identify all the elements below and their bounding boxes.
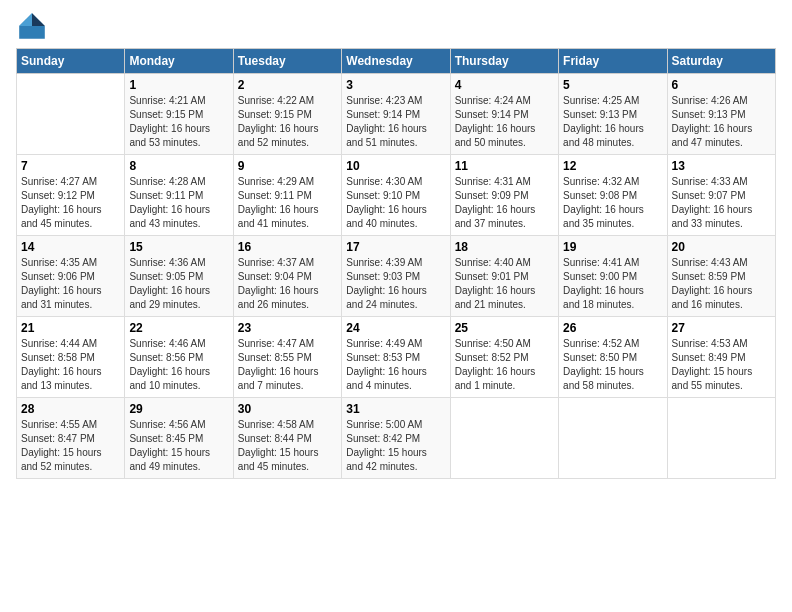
day-cell-13: 13Sunrise: 4:33 AM Sunset: 9:07 PM Dayli… bbox=[667, 155, 775, 236]
header-row bbox=[16, 10, 776, 42]
day-number: 31 bbox=[346, 402, 445, 416]
day-number: 27 bbox=[672, 321, 771, 335]
week-row-5: 28Sunrise: 4:55 AM Sunset: 8:47 PM Dayli… bbox=[17, 398, 776, 479]
empty-cell bbox=[17, 74, 125, 155]
day-content: Sunrise: 4:30 AM Sunset: 9:10 PM Dayligh… bbox=[346, 175, 445, 231]
day-cell-9: 9Sunrise: 4:29 AM Sunset: 9:11 PM Daylig… bbox=[233, 155, 341, 236]
day-content: Sunrise: 4:21 AM Sunset: 9:15 PM Dayligh… bbox=[129, 94, 228, 150]
svg-marker-1 bbox=[32, 13, 45, 26]
day-number: 14 bbox=[21, 240, 120, 254]
day-number: 17 bbox=[346, 240, 445, 254]
day-number: 4 bbox=[455, 78, 554, 92]
day-number: 29 bbox=[129, 402, 228, 416]
day-cell-5: 5Sunrise: 4:25 AM Sunset: 9:13 PM Daylig… bbox=[559, 74, 667, 155]
day-content: Sunrise: 4:28 AM Sunset: 9:11 PM Dayligh… bbox=[129, 175, 228, 231]
week-row-2: 7Sunrise: 4:27 AM Sunset: 9:12 PM Daylig… bbox=[17, 155, 776, 236]
day-number: 24 bbox=[346, 321, 445, 335]
day-cell-25: 25Sunrise: 4:50 AM Sunset: 8:52 PM Dayli… bbox=[450, 317, 558, 398]
day-number: 15 bbox=[129, 240, 228, 254]
day-number: 12 bbox=[563, 159, 662, 173]
day-content: Sunrise: 4:46 AM Sunset: 8:56 PM Dayligh… bbox=[129, 337, 228, 393]
week-row-4: 21Sunrise: 4:44 AM Sunset: 8:58 PM Dayli… bbox=[17, 317, 776, 398]
day-cell-6: 6Sunrise: 4:26 AM Sunset: 9:13 PM Daylig… bbox=[667, 74, 775, 155]
col-header-sunday: Sunday bbox=[17, 49, 125, 74]
day-content: Sunrise: 4:27 AM Sunset: 9:12 PM Dayligh… bbox=[21, 175, 120, 231]
col-header-wednesday: Wednesday bbox=[342, 49, 450, 74]
empty-cell bbox=[559, 398, 667, 479]
day-number: 6 bbox=[672, 78, 771, 92]
week-row-1: 1Sunrise: 4:21 AM Sunset: 9:15 PM Daylig… bbox=[17, 74, 776, 155]
day-content: Sunrise: 4:43 AM Sunset: 8:59 PM Dayligh… bbox=[672, 256, 771, 312]
day-number: 16 bbox=[238, 240, 337, 254]
day-content: Sunrise: 4:33 AM Sunset: 9:07 PM Dayligh… bbox=[672, 175, 771, 231]
day-cell-30: 30Sunrise: 4:58 AM Sunset: 8:44 PM Dayli… bbox=[233, 398, 341, 479]
day-number: 20 bbox=[672, 240, 771, 254]
day-number: 10 bbox=[346, 159, 445, 173]
day-content: Sunrise: 4:58 AM Sunset: 8:44 PM Dayligh… bbox=[238, 418, 337, 474]
day-content: Sunrise: 4:44 AM Sunset: 8:58 PM Dayligh… bbox=[21, 337, 120, 393]
col-header-saturday: Saturday bbox=[667, 49, 775, 74]
day-number: 30 bbox=[238, 402, 337, 416]
day-cell-20: 20Sunrise: 4:43 AM Sunset: 8:59 PM Dayli… bbox=[667, 236, 775, 317]
main-container: SundayMondayTuesdayWednesdayThursdayFrid… bbox=[0, 0, 792, 489]
day-cell-1: 1Sunrise: 4:21 AM Sunset: 9:15 PM Daylig… bbox=[125, 74, 233, 155]
day-cell-4: 4Sunrise: 4:24 AM Sunset: 9:14 PM Daylig… bbox=[450, 74, 558, 155]
day-number: 28 bbox=[21, 402, 120, 416]
col-header-monday: Monday bbox=[125, 49, 233, 74]
day-content: Sunrise: 4:31 AM Sunset: 9:09 PM Dayligh… bbox=[455, 175, 554, 231]
day-number: 2 bbox=[238, 78, 337, 92]
svg-marker-2 bbox=[19, 13, 32, 26]
day-cell-22: 22Sunrise: 4:46 AM Sunset: 8:56 PM Dayli… bbox=[125, 317, 233, 398]
day-cell-24: 24Sunrise: 4:49 AM Sunset: 8:53 PM Dayli… bbox=[342, 317, 450, 398]
day-number: 19 bbox=[563, 240, 662, 254]
logo-icon bbox=[16, 10, 48, 42]
day-number: 25 bbox=[455, 321, 554, 335]
day-number: 21 bbox=[21, 321, 120, 335]
day-content: Sunrise: 4:24 AM Sunset: 9:14 PM Dayligh… bbox=[455, 94, 554, 150]
day-number: 5 bbox=[563, 78, 662, 92]
day-cell-18: 18Sunrise: 4:40 AM Sunset: 9:01 PM Dayli… bbox=[450, 236, 558, 317]
day-cell-28: 28Sunrise: 4:55 AM Sunset: 8:47 PM Dayli… bbox=[17, 398, 125, 479]
day-cell-2: 2Sunrise: 4:22 AM Sunset: 9:15 PM Daylig… bbox=[233, 74, 341, 155]
day-cell-26: 26Sunrise: 4:52 AM Sunset: 8:50 PM Dayli… bbox=[559, 317, 667, 398]
day-content: Sunrise: 4:40 AM Sunset: 9:01 PM Dayligh… bbox=[455, 256, 554, 312]
day-cell-11: 11Sunrise: 4:31 AM Sunset: 9:09 PM Dayli… bbox=[450, 155, 558, 236]
day-number: 22 bbox=[129, 321, 228, 335]
day-content: Sunrise: 4:29 AM Sunset: 9:11 PM Dayligh… bbox=[238, 175, 337, 231]
header-row-days: SundayMondayTuesdayWednesdayThursdayFrid… bbox=[17, 49, 776, 74]
day-content: Sunrise: 4:25 AM Sunset: 9:13 PM Dayligh… bbox=[563, 94, 662, 150]
day-cell-21: 21Sunrise: 4:44 AM Sunset: 8:58 PM Dayli… bbox=[17, 317, 125, 398]
day-content: Sunrise: 4:56 AM Sunset: 8:45 PM Dayligh… bbox=[129, 418, 228, 474]
day-cell-23: 23Sunrise: 4:47 AM Sunset: 8:55 PM Dayli… bbox=[233, 317, 341, 398]
day-number: 23 bbox=[238, 321, 337, 335]
day-number: 8 bbox=[129, 159, 228, 173]
day-cell-7: 7Sunrise: 4:27 AM Sunset: 9:12 PM Daylig… bbox=[17, 155, 125, 236]
day-content: Sunrise: 4:36 AM Sunset: 9:05 PM Dayligh… bbox=[129, 256, 228, 312]
day-number: 18 bbox=[455, 240, 554, 254]
day-cell-3: 3Sunrise: 4:23 AM Sunset: 9:14 PM Daylig… bbox=[342, 74, 450, 155]
day-content: Sunrise: 4:35 AM Sunset: 9:06 PM Dayligh… bbox=[21, 256, 120, 312]
day-content: Sunrise: 4:50 AM Sunset: 8:52 PM Dayligh… bbox=[455, 337, 554, 393]
day-number: 26 bbox=[563, 321, 662, 335]
empty-cell bbox=[450, 398, 558, 479]
day-content: Sunrise: 5:00 AM Sunset: 8:42 PM Dayligh… bbox=[346, 418, 445, 474]
day-content: Sunrise: 4:32 AM Sunset: 9:08 PM Dayligh… bbox=[563, 175, 662, 231]
day-content: Sunrise: 4:23 AM Sunset: 9:14 PM Dayligh… bbox=[346, 94, 445, 150]
day-content: Sunrise: 4:52 AM Sunset: 8:50 PM Dayligh… bbox=[563, 337, 662, 393]
logo bbox=[16, 10, 52, 42]
day-content: Sunrise: 4:39 AM Sunset: 9:03 PM Dayligh… bbox=[346, 256, 445, 312]
day-content: Sunrise: 4:49 AM Sunset: 8:53 PM Dayligh… bbox=[346, 337, 445, 393]
day-number: 9 bbox=[238, 159, 337, 173]
col-header-thursday: Thursday bbox=[450, 49, 558, 74]
day-content: Sunrise: 4:26 AM Sunset: 9:13 PM Dayligh… bbox=[672, 94, 771, 150]
empty-cell bbox=[667, 398, 775, 479]
day-cell-10: 10Sunrise: 4:30 AM Sunset: 9:10 PM Dayli… bbox=[342, 155, 450, 236]
day-content: Sunrise: 4:37 AM Sunset: 9:04 PM Dayligh… bbox=[238, 256, 337, 312]
day-content: Sunrise: 4:41 AM Sunset: 9:00 PM Dayligh… bbox=[563, 256, 662, 312]
calendar-table: SundayMondayTuesdayWednesdayThursdayFrid… bbox=[16, 48, 776, 479]
day-number: 11 bbox=[455, 159, 554, 173]
week-row-3: 14Sunrise: 4:35 AM Sunset: 9:06 PM Dayli… bbox=[17, 236, 776, 317]
day-cell-17: 17Sunrise: 4:39 AM Sunset: 9:03 PM Dayli… bbox=[342, 236, 450, 317]
col-header-tuesday: Tuesday bbox=[233, 49, 341, 74]
day-number: 13 bbox=[672, 159, 771, 173]
